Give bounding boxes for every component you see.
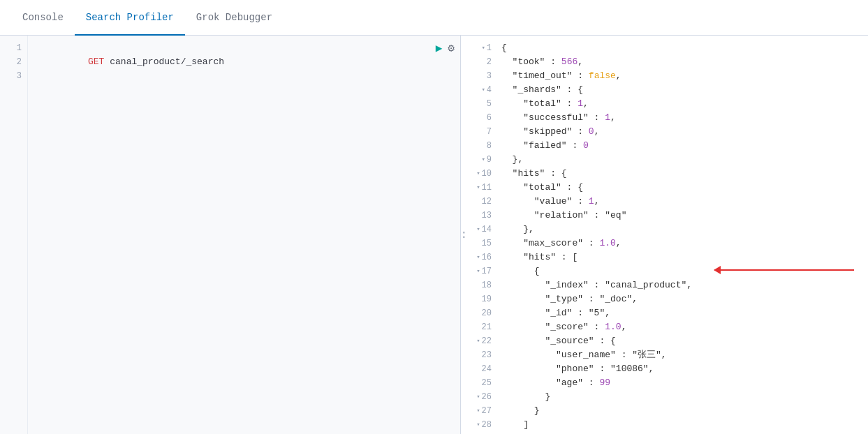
- output-line-num-23: 23: [461, 348, 496, 362]
- output-line-15: "max_score" : 1.0,: [501, 237, 862, 250]
- output-line-num-5: 5: [461, 97, 496, 111]
- output-line-12: "value" : 1,: [501, 195, 862, 209]
- output-line-18: "_index" : "canal_product",: [501, 278, 862, 292]
- output-line-9: },: [501, 153, 862, 167]
- output-line-num-3: 3: [461, 69, 496, 83]
- settings-button[interactable]: ⚙: [448, 41, 455, 55]
- arrow-line: [714, 269, 854, 271]
- output-line-num-10: ▾10: [461, 167, 496, 181]
- output-line-num-7: 7: [461, 125, 496, 139]
- output-line-24: "phone" : "10086",: [501, 362, 862, 376]
- output-line-16: "hits" : [: [501, 250, 862, 264]
- output-line-23: "user_name" : "张三",: [501, 348, 862, 362]
- output-line-num-2: 2: [461, 55, 496, 69]
- output-line-num-6: 6: [461, 111, 496, 125]
- output-line-num-26: ▾26: [461, 390, 496, 404]
- collapse-arrow[interactable]: ▾: [476, 181, 480, 195]
- collapse-arrow[interactable]: ▾: [476, 334, 480, 348]
- output-line-11: "total" : {: [501, 181, 862, 195]
- tab-bar: Console Search Profiler Grok Debugger: [0, 0, 868, 36]
- output-line-8: "failed" : 0: [501, 139, 862, 153]
- output-line-num-27: ▾27: [461, 404, 496, 418]
- output-line-num-21: 21: [461, 320, 496, 334]
- output-line-1: {: [501, 41, 862, 55]
- output-line-num-13: 13: [461, 209, 496, 223]
- main-layout: 1 2 3 GET canal_product/_search ▶ ⚙ :: [0, 36, 868, 434]
- run-button[interactable]: ▶: [436, 41, 443, 55]
- editor-content[interactable]: GET canal_product/_search: [28, 36, 460, 434]
- collapse-arrow[interactable]: ▾: [476, 223, 480, 237]
- output-line-26: }: [501, 390, 862, 404]
- output-line-25: "age" : 99: [501, 376, 862, 390]
- tab-grok-debugger[interactable]: Grok Debugger: [185, 0, 284, 36]
- collapse-arrow[interactable]: ▾: [481, 153, 485, 167]
- output-line-21: "_score" : 1.0,: [501, 320, 862, 334]
- output-line-3: "timed_out" : false,: [501, 69, 862, 83]
- tab-console[interactable]: Console: [11, 0, 75, 36]
- output-line-14: },: [501, 223, 862, 237]
- panel-divider: :: [460, 230, 467, 241]
- editor-line-numbers: 1 2 3: [0, 36, 28, 434]
- output-area: ▾123▾45678▾9▾10▾111213▾1415▾16▾171819202…: [461, 36, 868, 434]
- editor-line-3: [34, 69, 455, 83]
- output-line-num-1: ▾1: [461, 41, 496, 55]
- output-line-19: "_type" : "_doc",: [501, 292, 862, 306]
- output-line-num-17: ▾17: [461, 264, 496, 278]
- output-content: { "took" : 566, "timed_out" : false, "_s…: [496, 36, 868, 434]
- right-panel: ▾123▾45678▾9▾10▾111213▾1415▾16▾171819202…: [461, 36, 868, 434]
- output-line-num-8: 8: [461, 139, 496, 153]
- line-number-1: 1: [0, 41, 27, 55]
- line-number-2: 2: [0, 55, 27, 69]
- output-line-13: "relation" : "eq": [501, 209, 862, 223]
- url-label: canal_product/_search: [104, 57, 224, 67]
- line-number-3: 3: [0, 69, 27, 83]
- collapse-arrow[interactable]: ▾: [476, 250, 480, 264]
- collapse-arrow[interactable]: ▾: [476, 404, 480, 418]
- left-panel: 1 2 3 GET canal_product/_search ▶ ⚙ :: [0, 36, 461, 434]
- output-line-28: ]: [501, 418, 862, 432]
- collapse-arrow[interactable]: ▾: [481, 83, 485, 97]
- editor-area: 1 2 3 GET canal_product/_search ▶ ⚙: [0, 36, 460, 434]
- output-line-num-24: 24: [461, 362, 496, 376]
- output-line-num-4: ▾4: [461, 83, 496, 97]
- output-line-10: "hits" : {: [501, 167, 862, 181]
- collapse-arrow[interactable]: ▾: [476, 390, 480, 404]
- output-line-6: "successful" : 1,: [501, 111, 862, 125]
- output-line-4: "_shards" : {: [501, 83, 862, 97]
- annotation-arrow: [714, 269, 854, 271]
- output-line-17: {: [501, 264, 862, 278]
- output-line-5: "total" : 1,: [501, 97, 862, 111]
- collapse-arrow[interactable]: ▾: [476, 264, 480, 278]
- output-line-num-22: ▾22: [461, 334, 496, 348]
- collapse-arrow[interactable]: ▾: [476, 418, 480, 432]
- output-line-num-11: ▾11: [461, 181, 496, 195]
- editor-line-1: GET canal_product/_search: [34, 41, 455, 55]
- method-label: GET: [88, 57, 104, 67]
- output-line-num-12: 12: [461, 195, 496, 209]
- output-line-num-20: 20: [461, 306, 496, 320]
- output-line-7: "skipped" : 0,: [501, 125, 862, 139]
- collapse-arrow[interactable]: ▾: [481, 41, 485, 55]
- output-line-num-16: ▾16: [461, 250, 496, 264]
- output-line-num-19: 19: [461, 292, 496, 306]
- collapse-arrow[interactable]: ▾: [476, 167, 480, 181]
- output-line-num-9: ▾9: [461, 153, 496, 167]
- toolbar-icons: ▶ ⚙: [436, 41, 455, 55]
- output-line-num-18: 18: [461, 278, 496, 292]
- output-line-num-28: ▾28: [461, 418, 496, 432]
- output-line-22: "_source" : {: [501, 334, 862, 348]
- tab-search-profiler[interactable]: Search Profiler: [75, 0, 185, 36]
- output-line-27: }: [501, 404, 862, 418]
- output-line-2: "took" : 566,: [501, 55, 862, 69]
- output-line-num-25: 25: [461, 376, 496, 390]
- output-line-20: "_id" : "5",: [501, 306, 862, 320]
